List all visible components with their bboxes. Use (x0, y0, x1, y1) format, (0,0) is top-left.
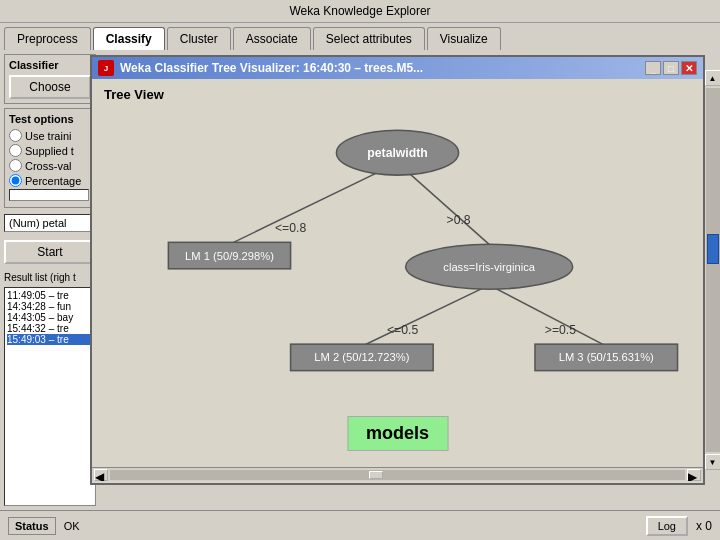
classifier-label: Classifier (9, 59, 91, 71)
svg-line-2 (362, 285, 489, 346)
app-title: Weka Knowledge Explorer (289, 4, 430, 18)
scroll-thumb[interactable] (707, 234, 719, 264)
result-item[interactable]: 14:43:05 – bay (7, 312, 93, 323)
output-field: (Num) petal (4, 214, 96, 232)
tab-bar: Preprocess Classify Cluster Associate Se… (0, 23, 720, 50)
tree-window-titlebar: J Weka Classifier Tree Visualizer: 16:40… (92, 57, 703, 79)
svg-text:class=Iris-virginica: class=Iris-virginica (443, 261, 535, 273)
result-item-selected[interactable]: 15:49:03 – tre (7, 334, 93, 345)
svg-line-3 (489, 285, 606, 346)
status-text: OK (64, 520, 638, 532)
title-bar: Weka Knowledge Explorer (0, 0, 720, 23)
scroll-up-arrow[interactable]: ▲ (705, 70, 721, 86)
svg-text:LM 3 (50/15.631%): LM 3 (50/15.631%) (559, 351, 654, 363)
tab-associate[interactable]: Associate (233, 27, 311, 50)
scroll-down-arrow[interactable]: ▼ (705, 454, 721, 470)
window-controls: _ □ ✕ (645, 61, 697, 75)
radio-use-training[interactable]: Use traini (9, 129, 91, 142)
log-button[interactable]: Log (646, 516, 688, 536)
radio-cross-val[interactable]: Cross-val (9, 159, 91, 172)
models-label: models (347, 416, 448, 451)
svg-text:LM 1 (50/9.298%): LM 1 (50/9.298%) (185, 250, 274, 262)
tree-content: Tree View <=0.8 >0.8 <=0.5 >=0.5 petalwi… (92, 79, 703, 481)
classifier-box: Classifier Choose (4, 54, 96, 104)
result-list[interactable]: 11:49:05 – tre 14:34:28 – fun 14:43:05 –… (4, 287, 96, 506)
tree-window-title-left: J Weka Classifier Tree Visualizer: 16:40… (98, 60, 423, 76)
svg-text:>0.8: >0.8 (447, 213, 471, 227)
main-content: Classifier Choose Test options Use train… (0, 50, 720, 510)
tree-window-title: Weka Classifier Tree Visualizer: 16:40:3… (120, 61, 423, 75)
result-list-label: Result list (righ t (4, 272, 96, 283)
test-options-label: Test options (9, 113, 91, 125)
java-icon: J (98, 60, 114, 76)
start-button[interactable]: Start (4, 240, 96, 264)
radio-percentage[interactable]: Percentage (9, 174, 91, 187)
result-item[interactable]: 11:49:05 – tre (7, 290, 93, 301)
minimize-button[interactable]: _ (645, 61, 661, 75)
maximize-button[interactable]: □ (663, 61, 679, 75)
h-scroll-right-arrow[interactable]: ▶ (687, 469, 701, 481)
h-scroll-track[interactable] (110, 470, 685, 480)
left-panel: Classifier Choose Test options Use train… (0, 50, 100, 510)
choose-button[interactable]: Choose (9, 75, 91, 99)
tree-bottom-scrollbar[interactable]: ◀ ▶ (92, 467, 703, 481)
svg-line-0 (229, 163, 397, 244)
status-label: Status (8, 517, 56, 535)
radio-supplied[interactable]: Supplied t (9, 144, 91, 157)
x-label: x 0 (696, 519, 712, 533)
tab-cluster[interactable]: Cluster (167, 27, 231, 50)
tab-visualize[interactable]: Visualize (427, 27, 501, 50)
svg-text:<=0.8: <=0.8 (275, 221, 306, 235)
result-item[interactable]: 15:44:32 – tre (7, 323, 93, 334)
tab-preprocess[interactable]: Preprocess (4, 27, 91, 50)
h-scroll-thumb[interactable] (369, 471, 383, 479)
scroll-track[interactable] (706, 88, 720, 452)
result-item[interactable]: 14:34:28 – fun (7, 301, 93, 312)
tree-visualizer-window: J Weka Classifier Tree Visualizer: 16:40… (90, 55, 705, 485)
test-options-box: Test options Use traini Supplied t Cross… (4, 108, 96, 208)
h-scroll-left-arrow[interactable]: ◀ (94, 469, 108, 481)
right-scrollbar[interactable]: ▲ ▼ (704, 70, 720, 470)
status-bar: Status OK Log x 0 (0, 510, 720, 540)
svg-text:>=0.5: >=0.5 (545, 323, 576, 337)
tab-classify[interactable]: Classify (93, 27, 165, 50)
svg-text:<=0.5: <=0.5 (387, 323, 418, 337)
percentage-slider[interactable] (9, 189, 89, 201)
close-button[interactable]: ✕ (681, 61, 697, 75)
tab-select-attributes[interactable]: Select attributes (313, 27, 425, 50)
svg-text:LM 2 (50/12.723%): LM 2 (50/12.723%) (314, 351, 409, 363)
svg-text:petalwidth: petalwidth (367, 146, 427, 160)
